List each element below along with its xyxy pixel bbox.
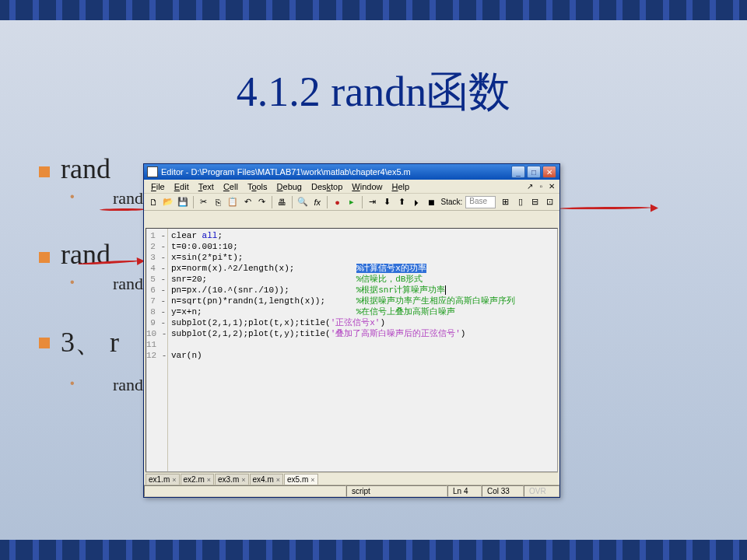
- tab-close-icon[interactable]: ×: [172, 476, 176, 484]
- sub-bullet-icon: •: [70, 376, 75, 390]
- line-number: 3 -: [146, 252, 166, 263]
- code-line[interactable]: pn=px./(10.^(snr./10)); %根据snr计算噪声功率: [171, 285, 554, 296]
- stack-label: Stack:: [441, 198, 463, 206]
- status-bar: script Ln 4 Col 33 OVR: [144, 485, 559, 497]
- toolbar-main: 🗋 📂 💾 ✂ ⎘ 📋 ↶ ↷ 🖶 🔍 fx ● ▸ ⇥ ⬇ ⬆ ⏵ ⏹ Sta…: [144, 194, 559, 211]
- bullet-3-text: 3、 r: [61, 324, 119, 362]
- code-line[interactable]: px=norm(x).^2/length(x); %计算信号x的功率: [171, 263, 554, 274]
- tab-close-icon[interactable]: ×: [276, 476, 280, 484]
- doc-window-controls: ↗ ▫ ✕: [525, 182, 556, 191]
- minimize-button[interactable]: _: [511, 166, 525, 178]
- print-icon[interactable]: 🖶: [275, 195, 289, 209]
- tab-label: ex3.m: [218, 475, 239, 484]
- tab-label: ex1.m: [149, 475, 170, 484]
- line-number: 2 -: [146, 241, 166, 252]
- sub-bullet-icon: •: [70, 190, 75, 204]
- tab-label: ex5.m: [287, 475, 308, 484]
- redo-icon[interactable]: ↷: [256, 195, 269, 209]
- layout1-icon[interactable]: ⊞: [499, 195, 512, 209]
- bullet-icon: [39, 166, 50, 177]
- fx-icon[interactable]: fx: [310, 195, 324, 209]
- find-icon[interactable]: 🔍: [296, 195, 309, 209]
- menu-cell[interactable]: Cell: [219, 182, 242, 191]
- tab-close-icon[interactable]: ×: [241, 476, 245, 484]
- menu-tools[interactable]: Tools: [244, 182, 272, 191]
- col-value: 33: [501, 487, 510, 495]
- bullet-1-text: rand: [61, 152, 110, 185]
- code-line[interactable]: var(n): [171, 350, 554, 361]
- stack-dropdown[interactable]: Base: [465, 196, 496, 208]
- ln-label: Ln: [453, 487, 461, 495]
- step-in-icon[interactable]: ⬇: [381, 195, 394, 209]
- code-line[interactable]: [171, 339, 554, 350]
- maximize-button[interactable]: □: [527, 166, 541, 178]
- line-number: 11: [146, 339, 166, 350]
- file-tab[interactable]: ex5.m×: [284, 474, 318, 485]
- exit-debug-icon[interactable]: ⏹: [425, 195, 438, 209]
- code-line[interactable]: subplot(2,1,2);plot(t,y);title('叠加了高斯白噪声…: [171, 328, 554, 339]
- layout4-icon[interactable]: ⊡: [543, 195, 556, 209]
- step-icon[interactable]: ⇥: [366, 195, 379, 209]
- file-type-cell: script: [346, 485, 447, 497]
- save-icon[interactable]: 💾: [177, 195, 190, 209]
- code-line[interactable]: clear all;: [171, 230, 554, 241]
- file-tab[interactable]: ex4.m×: [250, 474, 284, 485]
- bullet-icon: [39, 338, 50, 348]
- tab-label: ex2.m: [184, 475, 205, 484]
- menu-window[interactable]: Window: [348, 182, 386, 191]
- line-number: 8 -: [146, 306, 166, 317]
- window-title: Editor - D:\Program Files\MATLAB71\work\…: [161, 167, 511, 177]
- menu-desktop[interactable]: Desktop: [307, 182, 346, 191]
- continue-icon[interactable]: ⏵: [410, 195, 423, 209]
- code-line[interactable]: x=sin(2*pi*t);: [171, 252, 554, 263]
- code-line[interactable]: subplot(2,1,1);plot(t,x);title('正弦信号x'): [171, 317, 554, 328]
- menu-text[interactable]: Text: [195, 182, 218, 191]
- bullet-2-text: rand: [61, 238, 110, 271]
- doc-undock-button[interactable]: ↗: [525, 182, 535, 191]
- new-icon[interactable]: 🗋: [147, 195, 160, 209]
- copy-icon[interactable]: ⎘: [212, 195, 225, 209]
- line-number: 4 -: [146, 263, 166, 274]
- tab-close-icon[interactable]: ×: [207, 476, 211, 484]
- code-content[interactable]: clear all;t=0:0.001:10;x=sin(2*pi*t);px=…: [168, 229, 557, 471]
- file-tabs: ex1.m×ex2.m×ex3.m×ex4.m×ex5.m×: [146, 472, 558, 485]
- line-number: 5 -: [146, 274, 166, 285]
- line-number: 7 -: [146, 296, 166, 306]
- close-button[interactable]: ✕: [542, 166, 556, 178]
- doc-close-button[interactable]: ✕: [547, 182, 556, 191]
- menu-edit[interactable]: Edit: [170, 182, 193, 191]
- sub-bullet-icon: •: [70, 275, 75, 289]
- menu-debug[interactable]: Debug: [273, 182, 306, 191]
- file-tab[interactable]: ex1.m×: [146, 474, 180, 485]
- menu-file[interactable]: File: [147, 182, 169, 191]
- cut-icon[interactable]: ✂: [197, 195, 210, 209]
- tab-label: ex4.m: [253, 475, 274, 484]
- run-icon[interactable]: ▸: [345, 195, 359, 209]
- code-editor[interactable]: 1 -2 -3 -4 -5 -6 -7 -8 -9 -10 -11 12 - c…: [146, 228, 558, 472]
- step-out-icon[interactable]: ⬆: [395, 195, 409, 209]
- undo-icon[interactable]: ↶: [241, 195, 254, 209]
- app-icon: [147, 166, 158, 177]
- line-number: 9 -: [146, 317, 166, 328]
- code-line[interactable]: y=x+n; %在信号上叠加高斯白噪声: [171, 306, 554, 317]
- code-line[interactable]: snr=20; %信噪比，dB形式: [171, 274, 554, 285]
- paste-icon[interactable]: 📋: [226, 195, 240, 209]
- slide-top-border: [0, 0, 747, 20]
- col-label: Col: [487, 487, 499, 495]
- open-icon[interactable]: 📂: [162, 195, 175, 209]
- menu-help[interactable]: Help: [388, 182, 414, 191]
- slide-title: 4.1.2 randn函数: [0, 64, 747, 121]
- line-number: 1 -: [146, 230, 166, 241]
- code-line[interactable]: n=sqrt(pn)*randn(1,length(x)); %根据噪声功率产生…: [171, 296, 554, 306]
- file-tab[interactable]: ex3.m×: [215, 474, 249, 485]
- layout2-icon[interactable]: ▯: [514, 195, 527, 209]
- doc-maximize-button[interactable]: ▫: [538, 182, 544, 191]
- title-bar[interactable]: Editor - D:\Program Files\MATLAB71\work\…: [144, 164, 559, 180]
- set-breakpoint-icon[interactable]: ●: [331, 195, 344, 209]
- code-line[interactable]: t=0:0.001:10;: [171, 241, 554, 252]
- line-number: 12 -: [146, 350, 166, 361]
- file-tab[interactable]: ex2.m×: [181, 474, 215, 485]
- tab-close-icon[interactable]: ×: [310, 476, 314, 484]
- menu-bar: File Edit Text Cell Tools Debug Desktop …: [144, 180, 559, 194]
- layout3-icon[interactable]: ⊟: [528, 195, 542, 209]
